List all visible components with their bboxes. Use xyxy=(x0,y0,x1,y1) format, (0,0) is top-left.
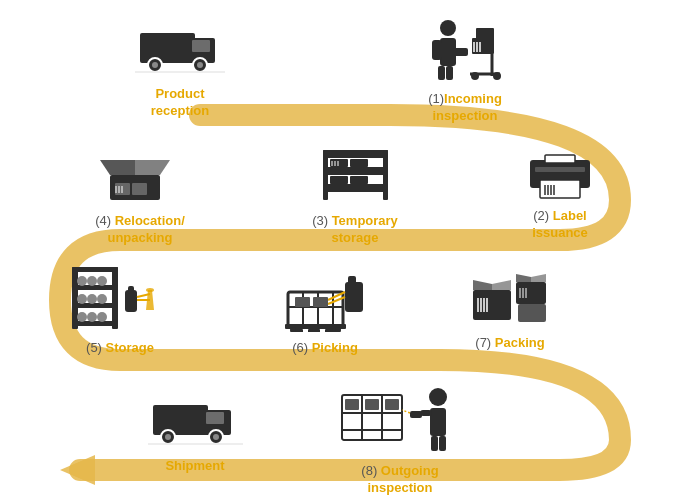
svg-rect-31 xyxy=(535,167,585,172)
svg-point-7 xyxy=(197,62,203,68)
svg-rect-52 xyxy=(72,267,118,272)
svg-rect-111 xyxy=(439,436,446,451)
svg-rect-25 xyxy=(540,180,580,198)
svg-rect-55 xyxy=(72,321,118,326)
svg-rect-37 xyxy=(330,159,348,167)
step-picking: (6) Picking xyxy=(265,262,385,357)
svg-rect-102 xyxy=(345,399,359,410)
step-product-reception: Product reception xyxy=(120,18,240,120)
svg-rect-35 xyxy=(323,150,328,200)
step-label-issuance: (2) Labelissuance xyxy=(500,145,620,242)
step-relocation-label: (4) Relocation/unpacking xyxy=(95,213,185,247)
step-label-issuance-label: (2) Labelissuance xyxy=(532,208,588,242)
svg-rect-14 xyxy=(454,48,468,56)
svg-rect-30 xyxy=(545,155,575,163)
svg-rect-50 xyxy=(72,267,78,329)
svg-rect-106 xyxy=(430,408,446,436)
svg-rect-108 xyxy=(410,411,422,418)
svg-point-58 xyxy=(97,276,107,286)
step-relocation-unpacking: (4) Relocation/unpacking xyxy=(75,145,205,247)
warehouse-flow-diagram: Product reception xyxy=(0,0,680,500)
svg-rect-15 xyxy=(472,38,494,54)
svg-rect-86 xyxy=(313,297,328,307)
svg-point-60 xyxy=(87,294,97,304)
svg-rect-96 xyxy=(518,304,546,322)
step-temporary-storage: (3) Temporarystorage xyxy=(295,145,415,247)
svg-rect-33 xyxy=(323,167,388,175)
truck2-icon xyxy=(148,390,243,454)
svg-point-63 xyxy=(87,312,97,322)
svg-point-61 xyxy=(97,294,107,304)
svg-rect-114 xyxy=(206,412,224,424)
svg-rect-36 xyxy=(383,150,388,200)
step-incoming-label: (1)Incominginspection xyxy=(428,91,502,125)
box-open-icon xyxy=(100,145,180,209)
svg-rect-103 xyxy=(365,399,379,410)
svg-point-59 xyxy=(77,294,87,304)
step-product-reception-label: Product reception xyxy=(151,86,210,120)
svg-rect-104 xyxy=(385,399,399,410)
step-shipment-label: Shipment xyxy=(165,458,224,475)
svg-point-5 xyxy=(152,62,158,68)
svg-rect-11 xyxy=(432,40,442,60)
step-picking-label: (6) Picking xyxy=(292,340,358,357)
svg-point-22 xyxy=(471,72,479,80)
step-packing-label: (7) Packing xyxy=(475,335,544,352)
svg-point-62 xyxy=(77,312,87,322)
step-incoming-inspection: (1)Incominginspection xyxy=(390,18,540,125)
svg-rect-32 xyxy=(323,150,388,158)
svg-point-64 xyxy=(97,312,107,322)
svg-rect-82 xyxy=(348,276,356,286)
svg-rect-77 xyxy=(308,329,320,332)
svg-rect-53 xyxy=(72,285,118,290)
step-shipment: Shipment xyxy=(130,390,260,475)
scanner-icon xyxy=(283,262,368,336)
svg-rect-54 xyxy=(72,303,118,308)
person-scan2-icon xyxy=(340,385,460,459)
svg-point-57 xyxy=(87,276,97,286)
svg-rect-51 xyxy=(112,267,118,329)
svg-rect-12 xyxy=(446,66,453,80)
svg-rect-16 xyxy=(476,28,494,40)
svg-rect-34 xyxy=(323,184,388,192)
svg-rect-81 xyxy=(345,282,363,312)
svg-rect-38 xyxy=(350,159,368,167)
svg-point-105 xyxy=(429,388,447,406)
printer-icon xyxy=(525,145,595,204)
svg-rect-110 xyxy=(431,436,438,451)
svg-point-9 xyxy=(440,20,456,36)
svg-point-69 xyxy=(146,288,154,292)
svg-point-116 xyxy=(165,434,171,440)
svg-marker-0 xyxy=(60,455,95,485)
svg-rect-46 xyxy=(132,183,147,195)
warehouse-icon xyxy=(70,262,170,336)
svg-rect-39 xyxy=(330,176,348,184)
step-outgoing-label: (8) Outgoinginspection xyxy=(361,463,438,497)
step-storage: (5) Storage xyxy=(55,262,185,357)
svg-rect-1 xyxy=(140,33,195,63)
person-scan-icon xyxy=(410,18,520,87)
svg-rect-66 xyxy=(128,286,134,294)
step-temporary-storage-label: (3) Temporarystorage xyxy=(312,213,398,247)
svg-rect-112 xyxy=(153,405,208,435)
boxes-icon xyxy=(468,262,553,331)
svg-point-56 xyxy=(77,276,87,286)
shelf-icon xyxy=(318,145,393,209)
svg-line-109 xyxy=(402,410,410,413)
svg-rect-40 xyxy=(350,176,368,184)
svg-point-118 xyxy=(213,434,219,440)
step-outgoing-inspection: (8) Outgoinginspection xyxy=(320,385,480,497)
svg-rect-85 xyxy=(295,297,310,307)
step-packing: (7) Packing xyxy=(450,262,570,352)
truck-icon xyxy=(135,18,225,82)
svg-rect-3 xyxy=(192,40,210,52)
svg-rect-10 xyxy=(440,38,456,66)
svg-point-23 xyxy=(493,72,501,80)
step-storage-label: (5) Storage xyxy=(86,340,154,357)
svg-rect-13 xyxy=(438,66,445,80)
